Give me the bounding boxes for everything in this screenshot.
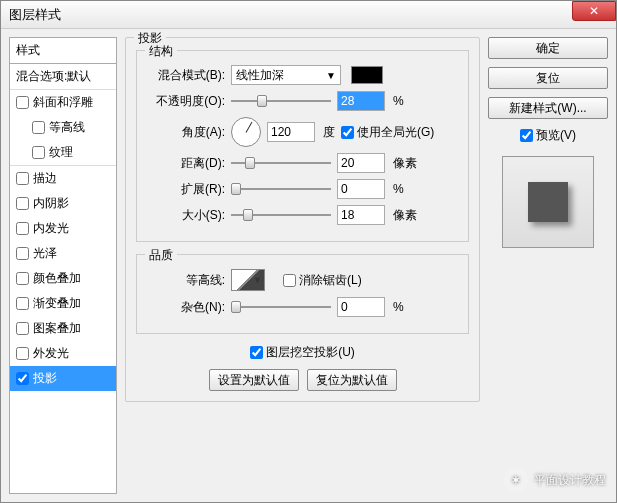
- size-slider[interactable]: [231, 208, 331, 222]
- style-item-checkbox[interactable]: [16, 322, 29, 335]
- opacity-input[interactable]: [337, 91, 385, 111]
- style-item-checkbox[interactable]: [16, 197, 29, 210]
- dialog-content: 样式 混合选项:默认 斜面和浮雕等高线纹理描边内阴影内发光光泽颜色叠加渐变叠加图…: [1, 29, 616, 502]
- angle-label: 角度(A):: [147, 124, 225, 141]
- distance-input[interactable]: [337, 153, 385, 173]
- style-item-checkbox[interactable]: [16, 222, 29, 235]
- noise-input[interactable]: [337, 297, 385, 317]
- style-item[interactable]: 颜色叠加: [10, 266, 116, 291]
- knockout-checkbox[interactable]: 图层挖空投影(U): [250, 344, 355, 361]
- style-item[interactable]: 投影: [10, 366, 116, 391]
- global-light-checkbox[interactable]: 使用全局光(G): [341, 124, 434, 141]
- spread-input[interactable]: [337, 179, 385, 199]
- anti-alias-label: 消除锯齿(L): [299, 272, 362, 289]
- preview-checkbox[interactable]: 预览(V): [488, 127, 608, 144]
- structure-group: 结构 混合模式(B): 线性加深 ▼ 不透明度(O): %: [136, 50, 469, 242]
- style-item-checkbox[interactable]: [16, 96, 29, 109]
- close-button[interactable]: ✕: [572, 1, 616, 21]
- style-item-label: 纹理: [49, 144, 73, 161]
- chevron-down-icon: ▼: [253, 275, 262, 285]
- shadow-color-swatch[interactable]: [351, 66, 383, 84]
- preview-label: 预览(V): [536, 127, 576, 144]
- blend-options-label: 混合选项:默认: [16, 68, 91, 85]
- styles-panel: 样式 混合选项:默认 斜面和浮雕等高线纹理描边内阴影内发光光泽颜色叠加渐变叠加图…: [9, 37, 117, 494]
- opacity-slider[interactable]: [231, 94, 331, 108]
- close-icon: ✕: [589, 4, 599, 18]
- style-item[interactable]: 外发光: [10, 341, 116, 366]
- spread-unit: %: [393, 182, 404, 196]
- style-item-label: 颜色叠加: [33, 270, 81, 287]
- settings-panel: 投影 结构 混合模式(B): 线性加深 ▼ 不透明度(O):: [125, 37, 480, 494]
- noise-unit: %: [393, 300, 404, 314]
- angle-dial[interactable]: [231, 117, 261, 147]
- style-item[interactable]: 内阴影: [10, 191, 116, 216]
- style-item-checkbox[interactable]: [16, 272, 29, 285]
- blend-mode-select[interactable]: 线性加深 ▼: [231, 65, 341, 85]
- spread-slider[interactable]: [231, 182, 331, 196]
- distance-label: 距离(D):: [147, 155, 225, 172]
- anti-alias-input[interactable]: [283, 274, 296, 287]
- opacity-unit: %: [393, 94, 404, 108]
- noise-slider[interactable]: [231, 300, 331, 314]
- style-item[interactable]: 内发光: [10, 216, 116, 241]
- structure-title: 结构: [145, 43, 177, 60]
- set-default-button[interactable]: 设置为默认值: [209, 369, 299, 391]
- spread-label: 扩展(R):: [147, 181, 225, 198]
- style-item-label: 投影: [33, 370, 57, 387]
- style-item-label: 光泽: [33, 245, 57, 262]
- size-label: 大小(S):: [147, 207, 225, 224]
- style-item-label: 斜面和浮雕: [33, 94, 93, 111]
- style-item[interactable]: 描边: [10, 166, 116, 191]
- style-item-label: 内发光: [33, 220, 69, 237]
- chevron-down-icon: ▼: [326, 70, 336, 81]
- action-panel: 确定 复位 新建样式(W)... 预览(V): [488, 37, 608, 494]
- style-item[interactable]: 等高线: [10, 115, 116, 140]
- style-item[interactable]: 图案叠加: [10, 316, 116, 341]
- style-item-label: 图案叠加: [33, 320, 81, 337]
- style-item-checkbox[interactable]: [16, 247, 29, 260]
- noise-label: 杂色(N):: [147, 299, 225, 316]
- titlebar: 图层样式 ✕: [1, 1, 616, 29]
- preview-box: [502, 156, 594, 248]
- style-item-label: 外发光: [33, 345, 69, 362]
- style-item-checkbox[interactable]: [32, 146, 45, 159]
- styles-list: 混合选项:默认 斜面和浮雕等高线纹理描边内阴影内发光光泽颜色叠加渐变叠加图案叠加…: [9, 64, 117, 494]
- distance-slider[interactable]: [231, 156, 331, 170]
- new-style-button[interactable]: 新建样式(W)...: [488, 97, 608, 119]
- style-item[interactable]: 斜面和浮雕: [10, 90, 116, 115]
- blend-mode-value: 线性加深: [236, 67, 284, 84]
- global-light-input[interactable]: [341, 126, 354, 139]
- style-item-checkbox[interactable]: [16, 297, 29, 310]
- window-title: 图层样式: [9, 6, 61, 24]
- style-item[interactable]: 纹理: [10, 140, 116, 165]
- quality-group: 品质 等高线: ▼ 消除锯齿(L) 杂色(N): %: [136, 254, 469, 334]
- style-item[interactable]: 光泽: [10, 241, 116, 266]
- anti-alias-checkbox[interactable]: 消除锯齿(L): [283, 272, 362, 289]
- opacity-label: 不透明度(O):: [147, 93, 225, 110]
- distance-unit: 像素: [393, 155, 417, 172]
- size-unit: 像素: [393, 207, 417, 224]
- cancel-button[interactable]: 复位: [488, 67, 608, 89]
- style-item-checkbox[interactable]: [16, 172, 29, 185]
- style-item-checkbox[interactable]: [32, 121, 45, 134]
- reset-default-button[interactable]: 复位为默认值: [307, 369, 397, 391]
- knockout-input[interactable]: [250, 346, 263, 359]
- size-input[interactable]: [337, 205, 385, 225]
- style-item-label: 内阴影: [33, 195, 69, 212]
- ok-button[interactable]: 确定: [488, 37, 608, 59]
- global-light-label: 使用全局光(G): [357, 124, 434, 141]
- preview-input[interactable]: [520, 129, 533, 142]
- style-item-checkbox[interactable]: [16, 372, 29, 385]
- style-item[interactable]: 渐变叠加: [10, 291, 116, 316]
- style-item-checkbox[interactable]: [16, 347, 29, 360]
- knockout-label: 图层挖空投影(U): [266, 344, 355, 361]
- drop-shadow-group: 投影 结构 混合模式(B): 线性加深 ▼ 不透明度(O):: [125, 37, 480, 402]
- style-item-label: 描边: [33, 170, 57, 187]
- preview-swatch: [528, 182, 568, 222]
- contour-picker[interactable]: ▼: [231, 269, 265, 291]
- angle-input[interactable]: [267, 122, 315, 142]
- contour-label: 等高线:: [147, 272, 225, 289]
- blend-options-item[interactable]: 混合选项:默认: [10, 64, 116, 89]
- styles-header: 样式: [9, 37, 117, 64]
- style-item-label: 等高线: [49, 119, 85, 136]
